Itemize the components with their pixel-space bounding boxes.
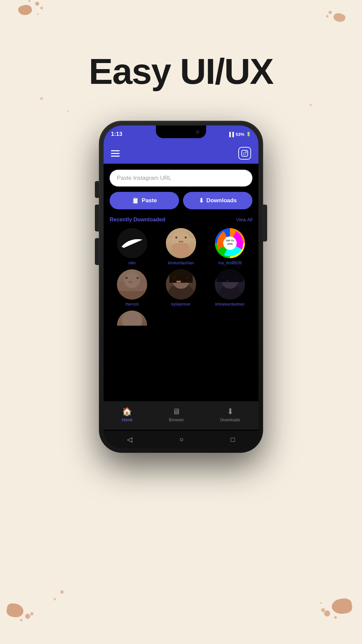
nav-item-browser[interactable]: 🖥 Browser xyxy=(169,407,184,422)
downloads-icon: ⬇ xyxy=(227,407,234,416)
paste-button[interactable]: 📋 Paste xyxy=(110,192,179,209)
app-header xyxy=(104,143,258,164)
svg-text:SPIN: SPIN xyxy=(227,243,233,245)
profile-item-madrid8839[interactable]: TAP TO SPIN ma_drid8839 xyxy=(207,228,252,265)
download-icon: ⬇ xyxy=(199,197,204,204)
back-button[interactable]: ◁ xyxy=(127,435,132,443)
profile-username-madrid8839: ma_drid8839 xyxy=(218,261,242,265)
profile-username-nike: nike xyxy=(128,261,136,265)
profile-item-nike[interactable]: nike xyxy=(110,228,155,265)
status-bar: 1:13 ▐▐ 53% 🔋 xyxy=(104,125,258,143)
notch xyxy=(156,125,206,138)
profile-avatar-partial xyxy=(117,311,147,326)
profile-item-kimkardashian[interactable]: kimkardashian xyxy=(159,228,203,265)
bottom-nav: 🏠 Home 🖥 Browser ⬇ Downloads xyxy=(104,401,258,430)
section-title: Recently Downloaded xyxy=(110,217,165,223)
phone-mockup: 1:13 ▐▐ 53% 🔋 xyxy=(99,121,263,453)
home-button[interactable]: ○ xyxy=(179,436,183,443)
browser-icon: 🖥 xyxy=(172,407,180,416)
profile-item-therock[interactable]: therock xyxy=(110,269,155,307)
profile-username-khloekardashian: khloekardashian xyxy=(215,302,244,307)
nav-label-home: Home xyxy=(122,418,132,422)
url-input-placeholder: Paste Instagram URL xyxy=(117,175,172,181)
nav-label-browser: Browser xyxy=(169,418,184,422)
view-all-button[interactable]: View All xyxy=(236,217,252,222)
profile-avatar-therock xyxy=(117,269,147,300)
nav-item-downloads[interactable]: ⬇ Downloads xyxy=(220,407,240,422)
nav-item-home[interactable]: 🏠 Home xyxy=(122,407,132,422)
profile-grid: nike kimkardashian xyxy=(110,228,252,326)
menu-button[interactable] xyxy=(111,150,120,157)
action-buttons: 📋 Paste ⬇ Downloads xyxy=(110,192,252,209)
system-nav-bar: ◁ ○ □ xyxy=(104,431,258,448)
page-title: Easy UI/UX xyxy=(0,50,362,92)
section-header: Recently Downloaded View All xyxy=(110,217,252,223)
camera-dot xyxy=(196,130,199,134)
home-icon: 🏠 xyxy=(122,407,132,416)
profile-item-kyliejenner[interactable]: kyliejenner xyxy=(159,269,203,307)
svg-text:TAP TO: TAP TO xyxy=(226,239,234,242)
nav-label-downloads: Downloads xyxy=(220,418,240,422)
url-input-container[interactable]: Paste Instagram URL xyxy=(110,170,252,186)
profile-username-kimkardashian: kimkardashian xyxy=(168,261,194,265)
profile-avatar-kyliejenner xyxy=(166,269,196,300)
instagram-button[interactable] xyxy=(238,147,251,160)
profile-item-khloekardashian[interactable]: khloekardashian xyxy=(207,269,252,307)
profile-avatar-khloekardashian xyxy=(215,269,245,300)
profile-item-partial[interactable] xyxy=(110,311,155,326)
profile-username-therock: therock xyxy=(125,302,138,307)
recents-button[interactable]: □ xyxy=(231,436,235,443)
profile-avatar-madrid8839: TAP TO SPIN xyxy=(215,228,245,258)
app-content: Paste Instagram URL 📋 Paste ⬇ Downloads … xyxy=(104,164,258,326)
status-time: 1:13 xyxy=(111,131,122,138)
profile-username-kyliejenner: kyliejenner xyxy=(171,302,190,307)
downloads-button[interactable]: ⬇ Downloads xyxy=(183,192,252,209)
profile-avatar-kimkardashian xyxy=(166,228,196,258)
clipboard-icon: 📋 xyxy=(132,197,139,204)
status-icons: ▐▐ 53% 🔋 xyxy=(228,132,251,137)
profile-avatar-nike xyxy=(117,228,147,258)
